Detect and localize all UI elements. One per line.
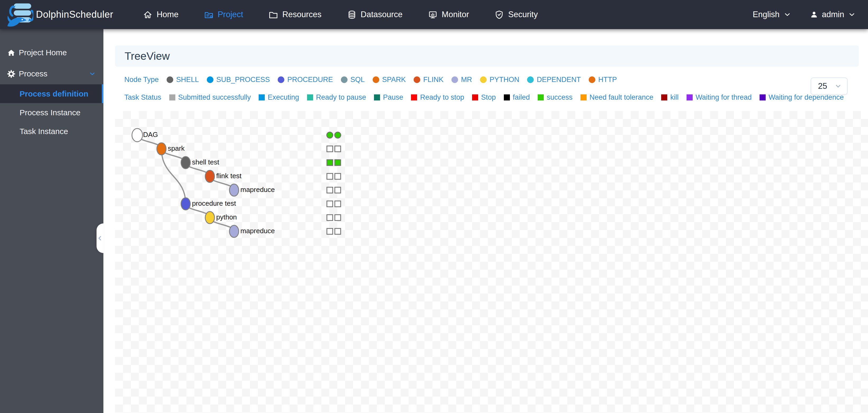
chevron-down-icon [848, 10, 856, 19]
task-status-indicator [327, 201, 333, 207]
task-status-indicator [335, 146, 341, 152]
legend-item-success: success [538, 93, 572, 101]
tree-node-mapreduce[interactable] [229, 225, 239, 237]
legend-item-label: Waiting for thread [695, 93, 752, 101]
sidebar-item-process-definition[interactable]: Process definition [0, 84, 103, 103]
brand-title: DolphinScheduler [36, 9, 113, 20]
tree-node-python[interactable] [205, 212, 215, 224]
legend-item-label: Ready to stop [420, 93, 464, 101]
legend-swatch [687, 94, 693, 100]
legend-item-spark: SPARK [373, 75, 406, 84]
legend-item-waiting-for-thread: Waiting for thread [687, 93, 752, 101]
legend-item-flink: FLINK [414, 75, 443, 84]
nav-item-label: Security [508, 10, 538, 19]
home-icon [143, 10, 153, 20]
legend-item-label: success [547, 93, 572, 101]
tree-node-flink-test[interactable] [205, 170, 215, 183]
nav-item-label: Monitor [442, 10, 469, 19]
legend-item-stop: Stop [472, 93, 496, 101]
legend-item-label: PROCEDURE [287, 75, 333, 84]
legend-item-label: Executing [268, 93, 299, 101]
tree-node-spark[interactable] [157, 143, 166, 155]
nav-item-monitor[interactable]: Monitor [428, 10, 469, 20]
legend-item-label: MR [461, 75, 472, 84]
tree-node-label: shell test [192, 158, 219, 166]
legend-item-mr: MR [452, 75, 472, 84]
chevron-down-icon [834, 83, 842, 90]
nav-item-label: Project [218, 10, 243, 19]
top-navbar: DolphinScheduler HomeProjectResourcesDat… [0, 0, 868, 29]
legend-swatch [589, 76, 595, 83]
legend-item-pause: Pause [374, 93, 403, 101]
legend-swatch [278, 76, 284, 83]
tree-node-label: DAG [143, 131, 158, 138]
tree-node-label: mapreduce [240, 227, 275, 235]
legend-item-dependent: DEPENDENT [527, 75, 581, 84]
legend-item-submitted-successfully: Submitted successfully [169, 93, 251, 101]
tree-node-mapreduce[interactable] [229, 184, 239, 196]
tree-node-dag[interactable] [132, 128, 143, 142]
sidebar-item-process[interactable]: Process [0, 63, 103, 84]
page-header: TreeView [115, 45, 859, 67]
nav-item-datasource[interactable]: Datasource [347, 10, 403, 20]
tree-node-label: spark [168, 145, 185, 152]
legend-swatch [581, 94, 587, 100]
tree-view-diagram: DAGsparkshell testflink testmapreducepro… [115, 111, 359, 259]
sidebar-item-label: Project Home [19, 48, 67, 57]
legend-swatch [373, 76, 379, 83]
legend-item-label: Stop [481, 93, 496, 101]
tree-node-procedure-test[interactable] [181, 198, 190, 210]
legend-swatch [414, 76, 420, 83]
task-status-indicator [335, 132, 341, 138]
task-status-indicator [335, 201, 341, 207]
legend-item-label: Pause [383, 93, 403, 101]
legend-swatch [169, 94, 175, 100]
legend-swatch [307, 94, 313, 100]
task-status-indicator [335, 160, 341, 165]
legend-item-label: kill [670, 93, 679, 101]
chevron-down-icon [783, 10, 791, 19]
legend-item-sql: SQL [341, 75, 365, 84]
tree-node-label: python [216, 213, 237, 221]
tree-node-shell-test[interactable] [181, 157, 190, 169]
legend-swatch [504, 94, 510, 100]
legend-item-ready-to-pause: Ready to pause [307, 93, 366, 101]
brand: DolphinScheduler [6, 2, 113, 27]
sidebar-item-project-home[interactable]: Project Home [0, 42, 103, 63]
task-status-indicator [327, 228, 333, 234]
project-icon [204, 10, 214, 20]
task-status-indicator [335, 187, 341, 193]
sidebar-collapse-handle[interactable] [96, 223, 103, 253]
task-status-indicator [335, 228, 341, 234]
tree-link [162, 149, 186, 204]
nav-item-label: Home [157, 10, 179, 19]
legend-item-label: DEPENDENT [537, 75, 581, 84]
chevron-down-icon [783, 10, 791, 19]
task-status-legend: Task Status Submitted successfullyExecut… [124, 93, 844, 101]
language-label: English [753, 10, 780, 19]
language-selector[interactable]: English [753, 10, 791, 19]
house-icon [7, 49, 16, 57]
legend-item-label: Submitted successfully [178, 93, 251, 101]
task-status-indicator [327, 187, 333, 193]
legend-swatch [472, 94, 478, 100]
sidebar: Project HomeProcessProcess definitionPro… [0, 29, 103, 413]
gear-icon [7, 69, 16, 78]
node-type-legend: Node Type SHELLSUB_PROCESSPROCEDURESQLSP… [124, 75, 617, 84]
sidebar-item-label: Process [19, 69, 47, 78]
sidebar-item-process-instance[interactable]: Process Instance [0, 103, 103, 122]
tree-node-label: procedure test [192, 199, 236, 207]
user-menu[interactable]: admin [810, 10, 856, 19]
nav-right: English admin [753, 10, 856, 19]
legend-swatch [374, 94, 380, 100]
nav-item-security[interactable]: Security [494, 10, 538, 20]
nav-item-project[interactable]: Project [204, 10, 243, 20]
task-status-indicator [327, 215, 333, 221]
sidebar-item-task-instance[interactable]: Task Instance [0, 122, 103, 141]
nav-item-home[interactable]: Home [143, 10, 179, 20]
page-size-select[interactable]: 25 [811, 77, 848, 95]
legend-item-shell: SHELL [166, 75, 199, 84]
legend-item-label: HTTP [598, 75, 617, 84]
nav-item-resources[interactable]: Resources [269, 10, 321, 20]
task-status-indicator [327, 146, 333, 152]
